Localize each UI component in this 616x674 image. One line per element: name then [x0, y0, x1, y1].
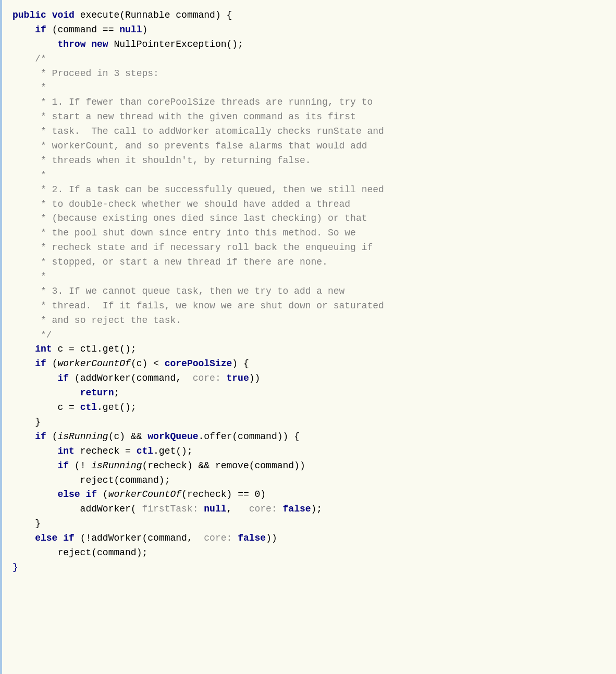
line-1: public void execute(Runnable command) {: [13, 8, 606, 23]
line-28: c = ctl.get();: [13, 401, 606, 415]
line-26: if (addWorker(command, core: true)): [13, 371, 606, 386]
line-16: * the pool shut down since entry into th…: [13, 226, 606, 241]
line-12: *: [13, 168, 606, 183]
line-19: *: [13, 270, 606, 284]
line-34: else if (workerCountOf(recheck) == 0): [13, 488, 606, 502]
line-9: * task. The call to addWorker atomically…: [13, 124, 606, 139]
line-32: if (! isRunning(recheck) && remove(comma…: [13, 459, 606, 473]
line-36: }: [13, 517, 606, 531]
line-25: if (workerCountOf(c) < corePoolSize) {: [13, 357, 606, 371]
line-11: * threads when it shouldn't, by returnin…: [13, 154, 606, 168]
line-8: * start a new thread with the given comm…: [13, 110, 606, 124]
line-6: *: [13, 81, 606, 95]
line-15: * (because existing ones died since last…: [13, 211, 606, 226]
line-3: throw new NullPointerException();: [13, 38, 606, 52]
line-22: * and so reject the task.: [13, 314, 606, 328]
line-33: reject(command);: [13, 473, 606, 488]
line-31: int recheck = ctl.get();: [13, 444, 606, 459]
line-23: */: [13, 328, 606, 343]
line-7: * 1. If fewer than corePoolSize threads …: [13, 95, 606, 110]
line-14: * to double-check whether we should have…: [13, 197, 606, 212]
line-13: * 2. If a task can be successfully queue…: [13, 183, 606, 197]
line-35: addWorker( firstTask: null, core: false)…: [13, 502, 606, 517]
code-viewer: public void execute(Runnable command) { …: [0, 0, 616, 674]
line-39: }: [13, 560, 606, 575]
line-30: if (isRunning(c) && workQueue.offer(comm…: [13, 430, 606, 444]
line-27: return;: [13, 386, 606, 401]
line-17: * recheck state and if necessary roll ba…: [13, 241, 606, 255]
line-37: else if (!addWorker(command, core: false…: [13, 531, 606, 546]
line-2: if (command == null): [13, 23, 606, 38]
line-10: * workerCount, and so prevents false ala…: [13, 139, 606, 154]
line-20: * 3. If we cannot queue task, then we tr…: [13, 284, 606, 299]
line-18: * stopped, or start a new thread if ther…: [13, 255, 606, 270]
line-5: * Proceed in 3 steps:: [13, 67, 606, 81]
line-24: int c = ctl.get();: [13, 342, 606, 357]
line-4: /*: [13, 52, 606, 67]
line-38: reject(command);: [13, 546, 606, 560]
line-29: }: [13, 415, 606, 430]
line-21: * thread. If it fails, we know we are sh…: [13, 299, 606, 314]
